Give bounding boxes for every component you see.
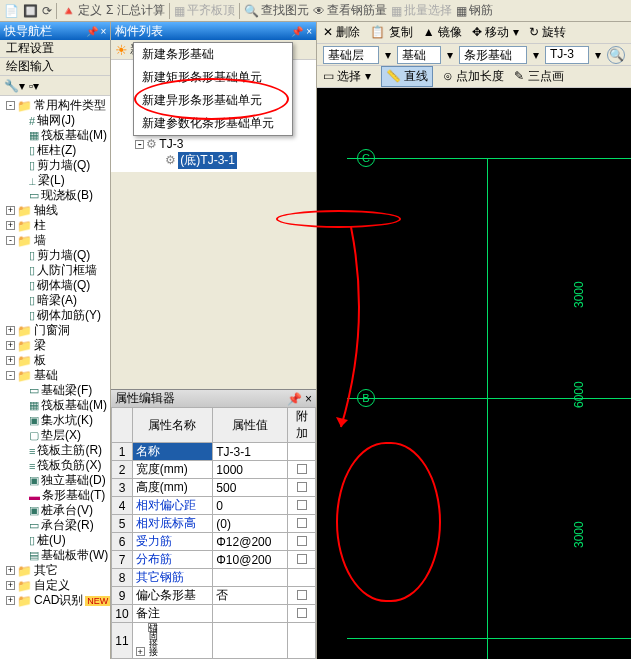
dropdown-item-4[interactable]: 新建参数化条形基础单元 [134,112,292,135]
line-tool[interactable]: 📏 直线 [381,66,433,87]
threept-tool[interactable]: ✎ 三点画 [514,68,563,85]
pin-icon[interactable]: 📌 × [86,26,107,37]
right-toolbar-1: ✕ 删除 📋 复制 ▲ 镜像 ✥ 移动 ▾ ↻ 旋转 [317,22,631,44]
dropdown-item-3[interactable]: 新建异形条形基础单元 [134,89,292,112]
tool-icon1[interactable]: 📄 [4,4,19,18]
sum-btn[interactable]: Σ 汇总计算 [106,2,165,19]
dim-text-3: 3000 [572,521,586,548]
dim-text-1: 3000 [572,281,586,308]
property-table[interactable]: 属性名称属性值附加 1名称TJ-3-1 2宽度(mm)1000 3高度(mm)5… [111,407,316,659]
del-btn[interactable]: ✕ 删除 [323,24,360,41]
component-tree[interactable]: -📁常用构件类型 #轴网(J) ▦筏板基础(M) ▯框柱(Z) ▯剪力墙(Q) … [0,96,110,659]
find-elem-btn[interactable]: 🔍 查找图元 [244,2,309,19]
cat-select[interactable]: 基础 [397,46,441,64]
mid-pin-icon[interactable]: 📌 × [291,26,312,37]
batch-select-btn: ▦ 批量选择 [391,2,452,19]
align-btn: ▦ 平齐板顶 [174,2,235,19]
rotate-btn[interactable]: ↻ 旋转 [529,24,566,41]
right-toolbar-2: 基础层▾ 基础▾ 条形基础▾ TJ-3▾ 🔍 [317,44,631,66]
prop-header: 属性编辑器📌 × [111,389,316,407]
tool-icon2[interactable]: 🔲 [23,4,38,18]
top-toolbar: 📄 🔲 ⟳ 🔺 定义 Σ 汇总计算 ▦ 平齐板顶 🔍 查找图元 👁 查看钢筋量 … [0,0,631,22]
mirror-btn[interactable]: ▲ 镜像 [423,24,462,41]
select-tool[interactable]: ▭ 选择 ▾ [323,68,371,85]
axis-bubble-b: B [357,389,375,407]
type-select[interactable]: 条形基础 [459,46,527,64]
view-rebar-btn[interactable]: 👁 查看钢筋量 [313,2,387,19]
define-btn[interactable]: 🔺 定义 [61,2,102,19]
new-dropdown-menu[interactable]: 新建条形基础 新建矩形条形基础单元 新建异形条形基础单元 新建参数化条形基础单元 [133,42,293,136]
dot-tool[interactable]: ⊙ 点加长度 [443,68,504,85]
axis-bubble-c: C [357,149,375,167]
move-btn[interactable]: ✥ 移动 ▾ [472,24,519,41]
drawing-viewport[interactable]: C B 3000 6000 3000 [317,88,631,659]
tree-ctrl-icon[interactable]: 🔧▾ [4,79,25,93]
tool-icon3[interactable]: ⟳ [42,4,52,18]
prop-close-icon[interactable]: 📌 × [287,392,312,406]
dropdown-item-2[interactable]: 新建矩形条形基础单元 [134,66,292,89]
search-icon[interactable]: 🔍 [607,46,625,64]
dropdown-item-1[interactable]: 新建条形基础 [134,43,292,66]
layer-select[interactable]: 基础层 [323,46,379,64]
right-toolbar-3: ▭ 选择 ▾ 📏 直线 ⊙ 点加长度 ✎ 三点画 [317,66,631,88]
draw-input-tab[interactable]: 绘图输入 [0,58,110,76]
copy-btn[interactable]: 📋 复制 [370,24,412,41]
selected-tree-item: (底)TJ-3-1 [178,152,237,169]
left-panel-header: 快导航栏📌 × [0,22,110,40]
steel-btn[interactable]: ▦ 钢筋 [456,2,493,19]
tree-ctrl2-icon[interactable]: ▫▾ [29,79,39,93]
proj-setup-tab[interactable]: 工程设置 [0,40,110,58]
inst-select[interactable]: TJ-3 [545,46,589,64]
dim-text-2: 6000 [572,381,586,408]
mid-panel-header: 构件列表📌 × [111,22,316,40]
